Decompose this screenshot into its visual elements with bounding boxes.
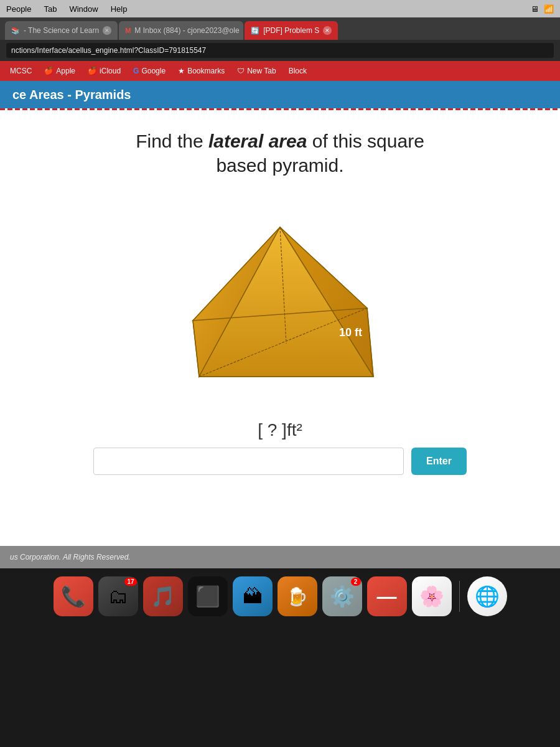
menu-bar-right: 🖥 📶 — [531, 4, 554, 14]
bookmark-label-google: Google — [141, 67, 166, 75]
bookmark-mcsc[interactable]: MCSC — [5, 65, 37, 77]
tab-close-1[interactable]: ✕ — [103, 26, 111, 35]
address-input[interactable] — [6, 43, 554, 58]
dock-chrome[interactable]: 🌐 — [467, 576, 507, 616]
menu-window[interactable]: Window — [69, 4, 98, 14]
bookmark-label-apple: Apple — [56, 67, 75, 75]
dock-files[interactable]: 🗂 17 — [98, 576, 138, 616]
main-content: Find the lateral area of this squarebase… — [0, 110, 560, 546]
tab-inbox[interactable]: M M Inbox (884) - cjone2023@ole ✕ — [119, 21, 243, 40]
problem-text: Find the lateral area of this squarebase… — [136, 129, 424, 177]
tab-favicon-3: 🔄 — [251, 27, 259, 35]
dock-settings[interactable]: ⚙️ 2 — [322, 576, 362, 616]
browser: 📚 - The Science of Learn ✕ M M Inbox (88… — [0, 17, 560, 81]
bookmark-label-block: Block — [289, 67, 307, 75]
dock: 📞 🗂 17 🎵 ⬛ 🏔 🍺 ⚙️ 2 — 🌸 🌐 — [0, 568, 560, 624]
answer-input[interactable] — [93, 448, 404, 475]
tab-label-3: [PDF] Problem S — [263, 26, 319, 35]
answer-label: [ ? ]ft² — [258, 420, 302, 440]
tab-label-1: - The Science of Learn — [24, 26, 99, 35]
icloud-favicon-icon: 🍎 — [88, 67, 97, 75]
dock-appstore[interactable]: 🏔 — [233, 576, 273, 616]
apple-favicon-icon: 🍎 — [44, 67, 54, 75]
footer: us Corporation. All Rights Reserved. — [0, 546, 560, 568]
answer-input-row: Enter — [93, 448, 467, 475]
bookmark-block[interactable]: Block — [284, 65, 312, 77]
pyramid-diagram: 10 ft 10 ft — [149, 196, 411, 408]
dock-homebrew[interactable]: 🍺 — [278, 576, 317, 616]
tab-label-2: M Inbox (884) - cjone2023@ole — [134, 26, 239, 35]
problem-emphasis: lateral area — [208, 131, 307, 151]
dock-divider — [459, 581, 460, 612]
tab-favicon-1: 📚 — [11, 27, 20, 35]
page-title: ce Areas - Pyramids — [12, 88, 131, 102]
tab-close-2[interactable]: ✕ — [243, 26, 244, 35]
bookmark-label-mcsc: MCSC — [10, 67, 32, 75]
pyramid-svg: 10 ft 10 ft — [149, 196, 411, 408]
settings-badge: 2 — [351, 578, 361, 586]
bookmark-icloud[interactable]: 🍎 iCloud — [83, 65, 126, 77]
tab-favicon-2: M — [125, 27, 131, 34]
bookmark-google[interactable]: G Google — [128, 65, 170, 77]
google-favicon-icon: G — [133, 67, 139, 75]
newtab-shield-icon: 🛡 — [237, 67, 245, 75]
bookmark-label-newtab: New Tab — [247, 67, 276, 75]
dock-music[interactable]: 🎵 — [143, 576, 183, 616]
phone-icon: 📞 — [61, 585, 86, 608]
menu-people[interactable]: People — [6, 4, 31, 14]
bookmark-newtab[interactable]: 🛡 New Tab — [232, 65, 281, 77]
menu-bar: People Tab Window Help 🖥 📶 — [0, 0, 560, 17]
bookmarks-star-icon: ★ — [178, 67, 185, 75]
wifi-icon: 📶 — [544, 4, 554, 14]
tab-pdf-problem[interactable]: 🔄 [PDF] Problem S ✕ — [245, 21, 338, 40]
tab-close-3[interactable]: ✕ — [323, 26, 332, 35]
answer-area: [ ? ]ft² Enter — [93, 420, 467, 475]
slant-label-text: 10 ft — [339, 326, 362, 339]
menu-tab[interactable]: Tab — [44, 4, 57, 14]
music-icon: 🎵 — [151, 585, 175, 608]
dock-photos[interactable]: 🌸 — [412, 576, 452, 616]
tab-science-of-learn[interactable]: 📚 - The Science of Learn ✕ — [5, 21, 118, 40]
dock-minus[interactable]: — — [367, 576, 407, 616]
bookmarks-bar: MCSC 🍎 Apple 🍎 iCloud G Google ★ Bookmar… — [0, 61, 560, 81]
homebrew-icon: 🍺 — [286, 586, 308, 607]
tab-bar: 📚 - The Science of Learn ✕ M M Inbox (88… — [0, 17, 560, 40]
monitor-icon: 🖥 — [531, 4, 539, 14]
bookmark-apple[interactable]: 🍎 Apple — [39, 65, 80, 77]
dock-stop[interactable]: ⬛ — [188, 576, 228, 616]
footer-text: us Corporation. All Rights Reserved. — [10, 553, 131, 561]
files-badge: 17 — [124, 578, 136, 586]
page-header: ce Areas - Pyramids — [0, 81, 560, 108]
enter-button[interactable]: Enter — [411, 448, 467, 475]
address-bar — [0, 40, 560, 61]
photos-icon: 🌸 — [419, 585, 444, 608]
dock-phone[interactable]: 📞 — [54, 576, 93, 616]
minus-icon: — — [377, 585, 397, 608]
stop-icon: ⬛ — [195, 585, 220, 608]
app-store-icon: 🏔 — [243, 585, 263, 608]
bookmark-bookmarks[interactable]: ★ Bookmarks — [173, 65, 230, 77]
menu-help[interactable]: Help — [111, 4, 128, 14]
gear-icon: ⚙️ — [330, 585, 355, 608]
bookmark-label-icloud: iCloud — [100, 67, 121, 75]
bookmark-label-bookmarks: Bookmarks — [187, 67, 225, 75]
files-icon: 🗂 — [108, 585, 128, 608]
base-label-text: 10 ft — [252, 379, 275, 392]
chrome-icon: 🌐 — [475, 585, 500, 608]
